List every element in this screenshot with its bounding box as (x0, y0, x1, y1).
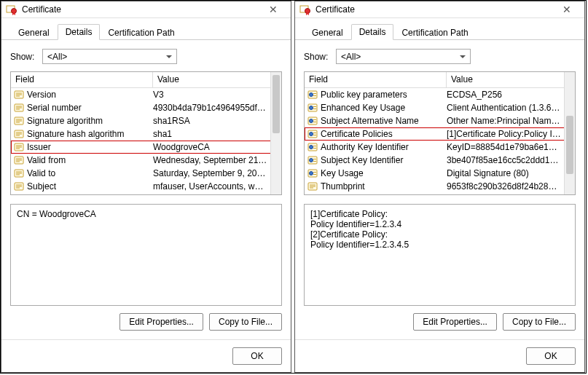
detail-textarea[interactable]: [1]Certificate Policy: Policy Identifier… (304, 204, 576, 306)
cell-value: Client Authentication (1.3.6.1.... (447, 103, 564, 113)
svg-point-37 (310, 93, 313, 97)
table-row[interactable]: VersionV3 (11, 88, 281, 101)
field-label: Subject Alternative Name (321, 116, 419, 126)
detail-textarea[interactable]: CN = WoodgroveCA (10, 204, 282, 306)
table-row[interactable]: Public key parametersECDSA_P256 (305, 88, 575, 101)
cell-value: Digital Signature (80) (447, 168, 564, 178)
field-label: Issuer (27, 142, 51, 152)
cell-field: Serial number (11, 103, 153, 113)
table-row[interactable]: Valid fromWednesday, September 21, 2... (11, 154, 281, 167)
show-dropdown-value: <All> (341, 52, 361, 62)
scrollbar[interactable] (270, 72, 281, 194)
scroll-thumb[interactable] (273, 75, 280, 133)
table-row[interactable]: Subject Alternative NameOther Name:Princ… (305, 114, 575, 127)
grid-header: FieldValue (11, 72, 281, 88)
edit-properties-button[interactable]: Edit Properties... (413, 313, 497, 331)
show-label: Show: (10, 52, 36, 62)
field-label: Certificate Policies (321, 129, 393, 139)
close-button[interactable]: ✕ (554, 4, 580, 15)
ok-button[interactable]: OK (526, 347, 576, 365)
tab-certification-path[interactable]: Certification Path (100, 25, 182, 40)
table-row[interactable]: Thumbprint9653f8c290b326d8f24b28c41... (305, 180, 575, 193)
svg-point-35 (305, 9, 310, 14)
extension-icon (307, 116, 318, 126)
table-row[interactable]: Certificate Policies[1]Certificate Polic… (305, 127, 575, 141)
table-row[interactable]: Key UsageDigital Signature (80) (305, 167, 575, 180)
cell-field: Thumbprint (305, 181, 447, 192)
table-row[interactable]: Subjectmfauser, UserAccounts, wood... (11, 180, 281, 193)
table-row[interactable]: Signature algorithmsha1RSA (11, 114, 281, 127)
header-field[interactable]: Field (305, 72, 447, 87)
cell-field: Enhanced Key Usage (305, 103, 447, 113)
extension-icon (307, 103, 318, 113)
table-row[interactable]: Valid toSaturday, September 9, 2023 ... (11, 167, 281, 180)
show-dropdown[interactable]: <All> (336, 49, 471, 64)
cell-value: 9653f8c290b326d8f24b28c41... (447, 181, 564, 192)
chevron-down-icon (460, 55, 466, 58)
tab-body: Show:<All>FieldValueVersionV3Serial numb… (1, 40, 291, 339)
table-row[interactable]: Signature hash algorithmsha1 (11, 127, 281, 141)
table-row[interactable]: Serial number4930b4da79b1c4964955df77a..… (11, 101, 281, 114)
cell-value: [1]Certificate Policy:Policy Ide... (447, 129, 564, 139)
tab-details[interactable]: Details (58, 24, 101, 40)
cell-value: KeyID=88854d1e79ba6e1e4e... (447, 142, 564, 152)
table-row[interactable]: Enhanced Key UsageClient Authentication … (305, 101, 575, 114)
cell-field: Certificate Policies (305, 129, 447, 139)
svg-point-57 (310, 159, 313, 162)
chevron-down-icon (166, 55, 172, 58)
svg-point-45 (310, 119, 313, 123)
extension-icon (307, 168, 318, 178)
field-label: Public key parameters (321, 90, 407, 100)
show-dropdown[interactable]: <All> (42, 49, 177, 64)
field-label: Key Usage (321, 168, 364, 178)
svg-rect-50 (313, 133, 316, 133)
cell-value: WoodgroveCA (153, 142, 270, 152)
field-label: Subject Key Identifier (321, 155, 403, 165)
certificate-window: Certificate✕GeneralDetailsCertification … (294, 1, 585, 373)
cell-field: Subject (11, 181, 153, 192)
tab-details[interactable]: Details (351, 24, 394, 40)
field-label: Enhanced Key Usage (321, 103, 405, 113)
titlebar: Certificate✕ (295, 1, 584, 18)
tab-general[interactable]: General (10, 25, 58, 40)
table-row[interactable]: Subject Key Identifier3be407f85ae16cc5c2… (305, 154, 575, 167)
cell-value: 4930b4da79b1c4964955df77a... (153, 103, 270, 113)
scrollbar[interactable] (564, 72, 575, 194)
copy-to-file-button[interactable]: Copy to File... (503, 313, 576, 331)
scroll-thumb[interactable] (566, 116, 573, 174)
cell-value: sha1RSA (153, 116, 270, 126)
copy-to-file-button[interactable]: Copy to File... (209, 313, 282, 331)
property-icon (14, 168, 24, 178)
extension-icon (307, 142, 318, 152)
edit-properties-button[interactable]: Edit Properties... (119, 313, 203, 331)
field-label: Signature algorithm (27, 116, 103, 126)
tab-certification-path[interactable]: Certification Path (393, 25, 476, 40)
table-row[interactable]: Authority Key IdentifierKeyID=88854d1e79… (305, 141, 575, 154)
header-field[interactable]: Field (11, 72, 153, 87)
certificate-icon (6, 4, 17, 15)
titlebar: Certificate✕ (1, 1, 291, 18)
svg-rect-43 (313, 108, 316, 109)
cell-field: Public key parameters (305, 90, 447, 100)
tabstrip: GeneralDetailsCertification Path (295, 18, 584, 40)
tab-general[interactable]: General (304, 25, 351, 40)
header-value[interactable]: Value (153, 72, 281, 87)
grid-rows: Public key parametersECDSA_P256Enhanced … (305, 88, 575, 194)
svg-rect-38 (313, 93, 316, 94)
property-icon (14, 181, 24, 192)
svg-rect-42 (313, 106, 316, 107)
cell-field: Signature hash algorithm (11, 129, 153, 139)
tabstrip: GeneralDetailsCertification Path (1, 18, 291, 40)
window-title: Certificate (22, 4, 260, 15)
fields-grid[interactable]: FieldValueVersionV3Serial number4930b4da… (10, 71, 282, 195)
certificate-window: Certificate✕GeneralDetailsCertification … (1, 1, 291, 373)
cell-value: ECDSA_P256 (447, 90, 564, 100)
cell-value: sha1 (153, 129, 270, 139)
cell-value: Saturday, September 9, 2023 ... (153, 168, 270, 178)
table-row[interactable]: IssuerWoodgroveCA (11, 141, 281, 154)
fields-grid[interactable]: FieldValuePublic key parametersECDSA_P25… (304, 71, 576, 195)
header-value[interactable]: Value (447, 72, 575, 87)
close-button[interactable]: ✕ (260, 4, 286, 15)
ok-button[interactable]: OK (232, 347, 282, 365)
grid-rows: VersionV3Serial number4930b4da79b1c49649… (11, 88, 281, 194)
